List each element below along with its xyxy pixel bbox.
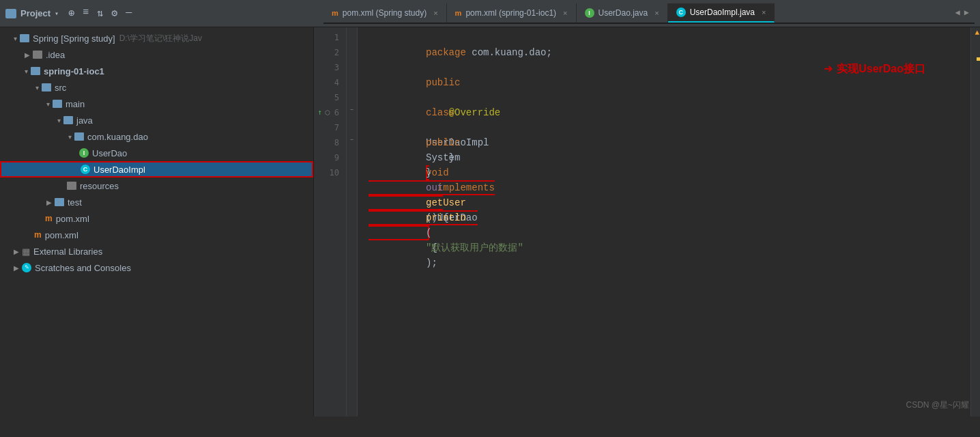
fold-8[interactable]: – [347, 132, 357, 147]
test-label: test [68, 197, 82, 208]
code-line-7: System . out . println ( "默认获取用户的数据" ); [369, 120, 970, 135]
fold-1 [347, 27, 357, 42]
java-label: java [76, 115, 93, 126]
tab-pom-spring[interactable]: m pom.xml (Spring study) × [323, 3, 447, 23]
top-bar: Project ▾ ⊕ ≡ ⇅ ⚙ — m pom.xml (Spring st… [0, 0, 980, 27]
arrow-down-java: ▾ [57, 117, 61, 124]
fold-2 [347, 42, 357, 57]
kw-public3: public [426, 77, 460, 88]
folder-icon-test [55, 198, 64, 206]
code-line-1: package com.kuang.dao; [369, 30, 970, 45]
yellow-marker [977, 57, 980, 61]
xml-icon-1: m [45, 214, 53, 223]
watermark: CSDN @星~闪耀 [906, 399, 969, 411]
tab-spacer [775, 3, 949, 23]
arrow-right-test: ▶ [46, 199, 52, 206]
folder-icon-idea [33, 51, 42, 59]
java-interface-icon: I [79, 148, 89, 158]
sidebar-item-resources[interactable]: resources [0, 178, 313, 194]
tab-userdaoimpl[interactable]: C UserDaoImpl.java × [668, 3, 775, 23]
line-num-4: 4 [314, 75, 346, 90]
arrow-down-main: ▾ [46, 100, 50, 108]
line-num-3: 3 [314, 60, 346, 75]
tab-userdao[interactable]: I UserDao.java × [577, 3, 668, 23]
arrow-down-src: ▾ [35, 84, 39, 91]
tab-close-3[interactable]: × [654, 9, 659, 17]
sidebar-item-scratches[interactable]: ▶ ✎ Scratches and Consoles [0, 259, 313, 276]
sidebar-item-main[interactable]: ▾ main [0, 96, 313, 112]
sidebar-item-spring-root[interactable]: ▾ Spring [Spring study] D:\学习笔记\狂神说Jav [0, 30, 313, 46]
main-layout: ▾ Spring [Spring study] D:\学习笔记\狂神说Jav ▶… [0, 27, 980, 417]
tab-label-pom-spring: pom.xml (Spring study) [343, 8, 427, 18]
arrow-down-spring01: ▾ [25, 68, 28, 75]
ctrl-gear[interactable]: ⚙ [111, 7, 117, 20]
fold-icon-8: – [350, 137, 354, 143]
cn-package: com.kuang.dao [472, 47, 546, 58]
sidebar-item-userdaoimpl[interactable]: C UserDaoImpl [0, 161, 313, 178]
folder-icon-package [74, 132, 84, 141]
dropdown-arrow[interactable]: ▾ [55, 10, 59, 18]
scratch-icon: ✎ [22, 263, 31, 272]
line-num-10: 10 [314, 165, 346, 180]
method-getuser: getUser [426, 197, 466, 208]
warning-icon: ▲ [975, 29, 979, 37]
gutter-breakpoint-area: ⬡ [325, 105, 330, 120]
spring01-label: spring-01-ioc1 [44, 66, 104, 76]
annotation-override: @Override [426, 107, 500, 118]
top-section: Project ▾ ⊕ ≡ ⇅ ⚙ — m pom.xml (Spring st… [0, 0, 980, 27]
tab-close-1[interactable]: × [433, 9, 437, 17]
sidebar-item-test[interactable]: ▶ test [0, 194, 313, 210]
arrow-down-package: ▾ [68, 133, 72, 141]
right-gutter: ▲ [970, 27, 980, 417]
pom-ioc1-label: pom.xml [56, 214, 89, 224]
java-class-icon: C [81, 165, 90, 174]
tabs-bar: m pom.xml (Spring study) × m pom.xml (sp… [323, 3, 975, 24]
ctrl-list[interactable]: ≡ [83, 7, 89, 20]
xml-icon-2: m [34, 230, 42, 240]
tab-close-2[interactable]: × [563, 9, 567, 17]
fold-5 [347, 87, 357, 102]
sidebar-item-package[interactable]: ▾ com.kuang.dao [0, 128, 313, 145]
tab-icon-xml1: m [332, 9, 338, 17]
line-num-7: 7 [314, 120, 346, 135]
sidebar-item-spring01[interactable]: ▾ spring-01-ioc1 [0, 63, 313, 79]
sidebar-item-userdao[interactable]: I UserDao [0, 145, 313, 161]
line-numbers: 1 2 3 4 5 ↑ ⬡ 6 7 8 9 10 [314, 27, 347, 417]
println-method: println [426, 212, 466, 223]
fold-9 [347, 147, 357, 163]
tab-right-icon[interactable]: ▶ [964, 8, 969, 18]
package-label: com.kuang.dao [87, 132, 148, 142]
sidebar-item-pom-ioc1[interactable]: m pom.xml [0, 210, 313, 227]
folder-icon-java [63, 116, 73, 124]
folder-icon-main [53, 100, 62, 108]
sidebar-item-idea[interactable]: ▶ .idea [0, 46, 313, 63]
sidebar-item-src[interactable]: ▾ src [0, 79, 313, 96]
code-line-5: @Override [369, 90, 970, 105]
src-label: src [55, 83, 66, 93]
spring-root-path: D:\学习笔记\狂神说Jav [119, 33, 202, 44]
tab-pom-ioc1[interactable]: m pom.xml (spring-01-ioc1) × [447, 3, 577, 23]
ctrl-sort[interactable]: ⇅ [97, 7, 103, 20]
line-num-2: 2 [314, 45, 346, 60]
tab-label-userdao: UserDao.java [599, 8, 648, 18]
tab-icon-xml2: m [455, 9, 462, 17]
line-num-5: 5 [314, 90, 346, 105]
idea-label: .idea [46, 50, 65, 60]
lib-icon: ▦ [22, 246, 30, 257]
code-content[interactable]: package com.kuang.dao; public class User… [358, 27, 970, 417]
ctrl-add[interactable]: ⊕ [68, 7, 74, 20]
gutter-override-icon: ↑ [317, 105, 322, 120]
userdao-label: UserDao [92, 148, 127, 158]
ctrl-minimize[interactable]: — [126, 7, 132, 20]
sidebar-item-java[interactable]: ▾ java [0, 112, 313, 128]
sidebar-item-external-libs[interactable]: ▶ ▦ External Libraries [0, 243, 313, 259]
tab-close-4[interactable]: × [762, 8, 766, 16]
folder-icon-src [42, 83, 51, 91]
editor-area: ➜ 实现UserDao接口 1 2 3 4 5 ↑ ⬡ 6 7 8 9 10 [314, 27, 980, 417]
out-field: out [426, 182, 443, 193]
sidebar-item-pom-spring[interactable]: m pom.xml [0, 227, 313, 243]
pom-spring-label: pom.xml [45, 230, 78, 240]
fold-6[interactable]: – [347, 102, 357, 117]
tab-left-icon[interactable]: ◀ [955, 8, 960, 18]
arrow-right-idea: ▶ [25, 51, 30, 59]
